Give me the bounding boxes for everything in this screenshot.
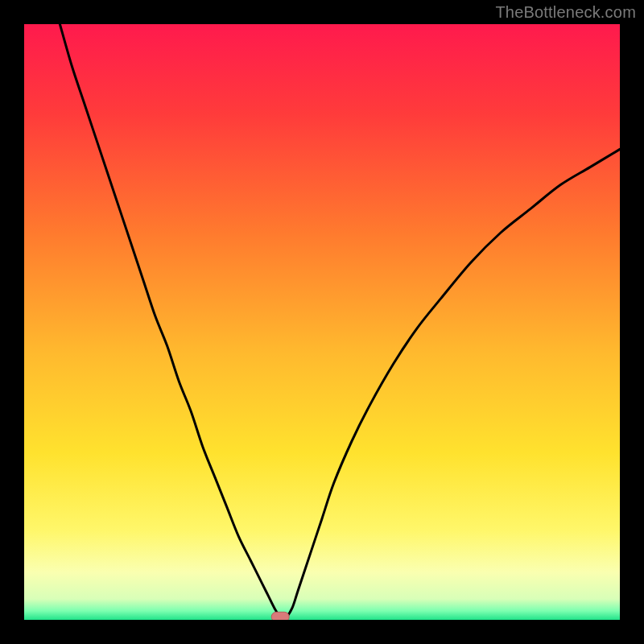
chart-frame: TheBottleneck.com — [0, 0, 644, 644]
watermark-text: TheBottleneck.com — [495, 3, 636, 22]
plot-area — [24, 24, 620, 620]
gradient-background — [24, 24, 620, 620]
bottleneck-chart — [24, 24, 620, 620]
optimum-marker — [271, 612, 289, 620]
